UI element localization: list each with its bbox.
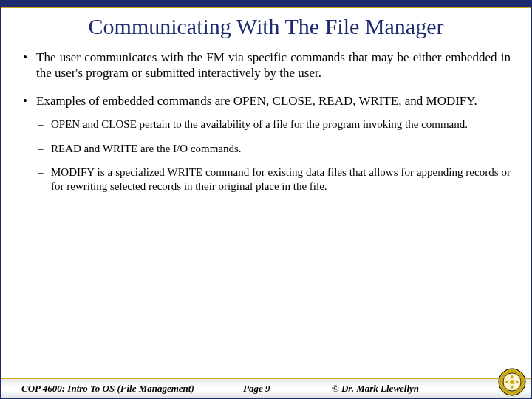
- university-seal-icon: [497, 367, 527, 397]
- svg-point-2: [510, 380, 514, 384]
- slide-footer: COP 4600: Intro To OS (File Management) …: [1, 378, 531, 398]
- sub-bullet-item: READ and WRITE are the I/O commands.: [36, 142, 511, 156]
- main-bullet-list: The user communicates with the FM via sp…: [21, 50, 511, 194]
- bullet-text: The user communicates with the FM via sp…: [36, 50, 511, 80]
- slide-title: Communicating With The File Manager: [21, 14, 511, 39]
- slide-content: Communicating With The File Manager The …: [1, 8, 531, 194]
- bullet-item: Examples of embedded commands are OPEN, …: [21, 93, 511, 194]
- sub-bullet-text: READ and WRITE are the I/O commands.: [51, 143, 242, 154]
- sub-bullet-text: MODIFY is a specialized WRITE command fo…: [51, 166, 511, 192]
- bullet-item: The user communicates with the FM via sp…: [21, 50, 511, 81]
- sub-bullet-item: OPEN and CLOSE pertain to the availabili…: [36, 117, 511, 132]
- bullet-text: Examples of embedded commands are OPEN, …: [36, 94, 477, 108]
- sub-bullet-list: OPEN and CLOSE pertain to the availabili…: [36, 117, 511, 194]
- top-accent-bar: [1, 1, 531, 8]
- footer-author: © Dr. Mark Llewellyn: [332, 383, 521, 395]
- footer-course: COP 4600: Intro To OS (File Management): [21, 383, 243, 395]
- footer-page: Page 9: [243, 383, 332, 395]
- sub-bullet-item: MODIFY is a specialized WRITE command fo…: [36, 166, 511, 194]
- sub-bullet-text: OPEN and CLOSE pertain to the availabili…: [51, 118, 468, 130]
